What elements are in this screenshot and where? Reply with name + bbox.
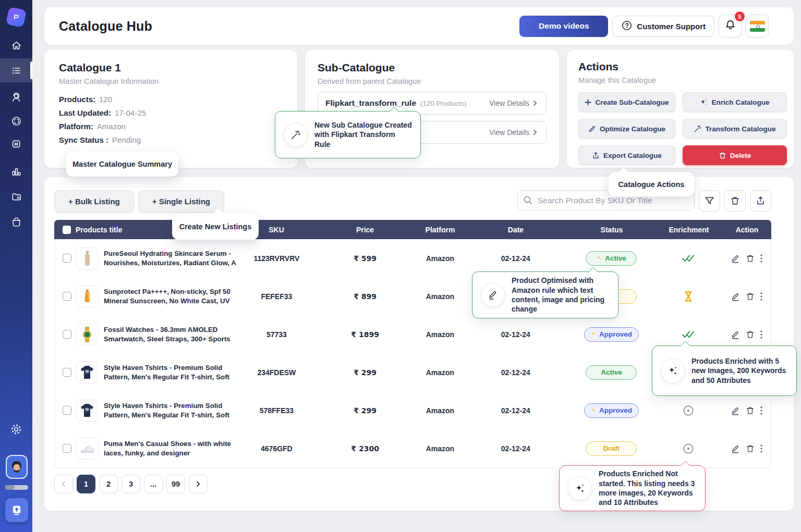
edit-icon[interactable] — [731, 406, 740, 415]
pagination-prev-button[interactable] — [54, 475, 73, 493]
single-listing-button[interactable]: + Single Listing — [138, 190, 224, 213]
product-thumbnail-tshirt — [76, 400, 98, 422]
trash-icon — [719, 152, 726, 159]
sidebar-item-analytics[interactable] — [0, 159, 32, 183]
pagination-next-button[interactable] — [189, 475, 208, 493]
page-title: Catalogue Hub — [59, 19, 152, 34]
language-flag-button[interactable] — [746, 15, 769, 38]
tooltip-create-new-listings: Create New Listings — [172, 213, 259, 240]
product-title: Sunprotect Pa++++, Non-sticky, Spf 50 Mi… — [104, 287, 240, 305]
tooltip-new-sub-catalogue: New Sub Catalogue Created with Flipkart … — [275, 111, 421, 158]
tooltip-master-catalogue-summary: Master Catalogue Summary — [66, 152, 178, 177]
status-badge-approved: Approved — [584, 403, 639, 418]
sub-catalogue-count: (120 Products) — [420, 100, 467, 107]
row-checkbox[interactable] — [63, 292, 71, 301]
enrich-catalogue-button[interactable]: Enrich Catalogue — [683, 92, 787, 112]
export-list-button[interactable] — [750, 190, 771, 212]
product-thumbnail-serum — [76, 248, 98, 269]
bulk-listing-button[interactable]: + Bulk Listing — [54, 190, 134, 213]
user-avatar[interactable] — [6, 455, 28, 479]
more-options-icon[interactable] — [760, 444, 762, 453]
catalogue-title: Catalogue 1 — [59, 61, 283, 74]
create-sub-catalogue-button[interactable]: Create Sub-Catalogue — [578, 92, 675, 112]
pagination-page-1[interactable]: 1 — [77, 475, 95, 493]
transform-catalogue-button[interactable]: Transform Catalogue — [683, 119, 787, 139]
sidebar-item-files[interactable] — [0, 184, 32, 208]
row-checkbox[interactable] — [63, 368, 71, 377]
product-price: ₹ 1899 — [313, 330, 417, 339]
customer-support-button[interactable]: Customer Support — [612, 16, 714, 37]
edit-icon[interactable] — [731, 444, 740, 453]
edit-icon[interactable] — [731, 254, 740, 263]
sidebar-item-support-agent[interactable] — [0, 85, 32, 109]
column-platform: Platform — [417, 226, 463, 234]
delete-icon[interactable] — [746, 330, 755, 339]
field-value: Amazon — [97, 122, 126, 131]
product-thumbnail-shoe — [76, 438, 98, 460]
product-date: 02-12-24 — [463, 444, 568, 453]
sidebar-item-catalogue[interactable] — [0, 58, 32, 82]
sidebar-item-settings[interactable] — [0, 417, 32, 441]
optimize-catalogue-button[interactable]: Optimize Catalogue — [578, 119, 675, 139]
column-status: Status — [568, 226, 655, 234]
delete-catalogue-button[interactable]: Delete — [683, 145, 787, 165]
notifications-button[interactable]: 5 — [719, 15, 742, 38]
sidebar-item-home[interactable] — [0, 33, 32, 57]
row-checkbox[interactable] — [63, 254, 71, 263]
product-price: ₹ 899 — [313, 292, 417, 301]
column-action: Action — [723, 226, 771, 234]
sparkle-icon — [597, 255, 602, 261]
tooltip-catalogue-actions: Catalogue Actions — [609, 172, 694, 196]
filter-button[interactable] — [699, 190, 720, 212]
edit-icon[interactable] — [731, 330, 740, 339]
pagination-page-3[interactable]: 3 — [122, 475, 140, 493]
export-catalogue-button[interactable]: Export Catalogue — [578, 145, 675, 165]
actions-card: Actions Manage this Catalogue Create Sub… — [567, 50, 794, 168]
more-options-icon[interactable] — [760, 292, 762, 301]
status-badge-active: Active — [586, 251, 637, 266]
edit-icon[interactable] — [731, 292, 740, 301]
row-checkbox[interactable] — [63, 406, 71, 415]
more-options-icon[interactable] — [760, 254, 762, 263]
view-details-link[interactable]: View Details — [489, 128, 539, 137]
product-sku: FEFEF33 — [240, 292, 313, 301]
bell-icon — [724, 19, 736, 33]
sub-catalogue-subtitle: Derived from parent Catalogue — [318, 77, 547, 85]
row-checkbox[interactable] — [63, 444, 71, 453]
upgrade-button[interactable] — [5, 498, 28, 522]
sidebar — [0, 0, 32, 532]
product-thumbnail-tshirt — [76, 362, 98, 383]
sidebar-item-tags[interactable] — [0, 132, 32, 156]
status-badge-active: Active — [586, 365, 637, 380]
sidebar-item-orders[interactable] — [0, 210, 32, 234]
demo-videos-button[interactable]: Demo videos — [519, 16, 608, 37]
field-value: 120 — [99, 95, 112, 104]
row-checkbox[interactable] — [63, 330, 71, 339]
field-value: 17-04-25 — [115, 108, 146, 117]
delete-icon[interactable] — [746, 444, 755, 453]
pagination-page-99[interactable]: 99 — [166, 475, 185, 493]
bulk-delete-button[interactable] — [724, 190, 746, 212]
delete-icon[interactable] — [746, 254, 755, 263]
pagination-ellipsis[interactable]: ... — [144, 475, 163, 493]
field-label: Products: — [59, 95, 95, 104]
app-logo-icon[interactable] — [6, 7, 27, 27]
tooltip-products-enriched: Products Enriched with 5 new Images, 200… — [652, 345, 797, 396]
select-all-checkbox[interactable] — [63, 226, 71, 234]
column-price: Price — [313, 226, 417, 234]
sidebar-item-browser[interactable] — [0, 109, 32, 133]
tooltip-enrichment-not-started: Products Enriched Not started. This list… — [559, 465, 706, 511]
product-date: 02-12-24 — [463, 330, 568, 339]
table-header: Products title SKU Price Platform Date S… — [54, 220, 771, 239]
delete-icon[interactable] — [746, 292, 755, 301]
delete-icon[interactable] — [746, 406, 755, 415]
sparkle-icon — [591, 407, 597, 413]
product-sku: 234FDESW — [240, 368, 313, 377]
more-options-icon[interactable] — [760, 406, 762, 415]
more-options-icon[interactable] — [760, 330, 762, 339]
enrichment-not-started-icon — [654, 443, 722, 454]
product-thumbnail-sunscreen — [76, 286, 98, 307]
view-details-link[interactable]: View Details — [489, 99, 539, 107]
pagination-page-2[interactable]: 2 — [99, 475, 118, 493]
export-icon — [592, 152, 600, 159]
